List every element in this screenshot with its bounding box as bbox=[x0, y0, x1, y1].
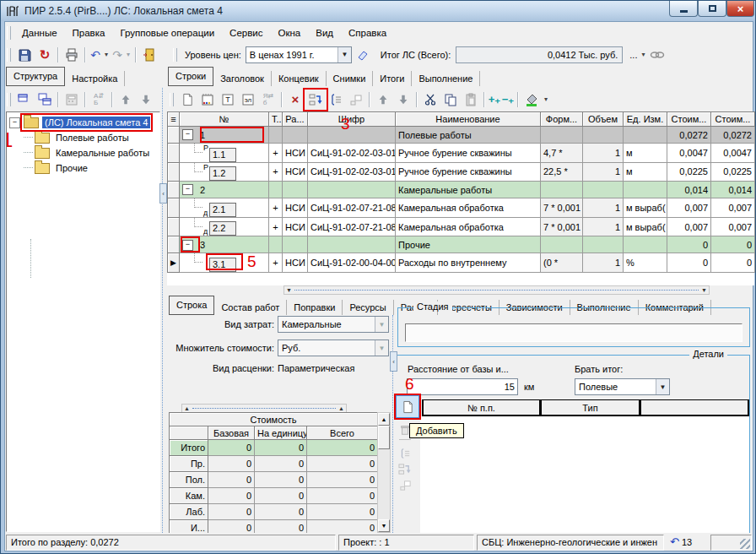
chevron-down-icon[interactable]: ▼ bbox=[656, 379, 669, 394]
new-row-button[interactable] bbox=[177, 90, 197, 109]
take-total-combobox[interactable]: Полевые▼ bbox=[575, 378, 670, 395]
tab-rows[interactable]: Строки bbox=[168, 67, 213, 86]
cost-row-lab[interactable]: Лаб. 0 0 0 bbox=[170, 504, 378, 520]
cost-col-total[interactable]: Всего bbox=[307, 426, 378, 440]
tab-work-composition[interactable]: Состав работ bbox=[214, 300, 287, 315]
distance-input[interactable] bbox=[407, 378, 518, 395]
tab-header[interactable]: Заголовок bbox=[213, 71, 272, 86]
move-down-button[interactable] bbox=[136, 90, 156, 109]
menu-windows[interactable]: Окна bbox=[270, 26, 308, 40]
calculator-button[interactable] bbox=[62, 90, 82, 109]
undo-dropdown[interactable]: ▾ bbox=[102, 51, 111, 58]
cascade-windows-button[interactable] bbox=[35, 90, 55, 109]
undo-history-indicator[interactable]: ↶ 13 bbox=[670, 535, 692, 548]
cost-row-kam[interactable]: Кам. 0 0 0 bbox=[170, 488, 378, 504]
remove-marker-button[interactable]: −₊ bbox=[501, 90, 515, 109]
delete-row-button[interactable]: × bbox=[285, 90, 305, 109]
sort-button[interactable]: А⇵Б bbox=[89, 90, 109, 109]
details-col-type[interactable]: Тип bbox=[540, 399, 640, 416]
table-row-1-2[interactable]: Р1.2 + НСИ СиЦ-91-02-02-03-01 Ручное бур… bbox=[168, 162, 755, 182]
collapse-icon[interactable]: − bbox=[182, 129, 193, 140]
menu-edit[interactable]: Правка bbox=[65, 26, 113, 40]
text-template-button[interactable]: Т bbox=[218, 90, 238, 109]
horizontal-splitter[interactable]: ▼▼ bbox=[284, 285, 710, 295]
toolbar-grip[interactable] bbox=[7, 26, 11, 40]
move-up-button[interactable] bbox=[116, 90, 136, 109]
cost-row-pol[interactable]: Пол. 0 0 0 bbox=[170, 472, 378, 488]
chevron-down-icon[interactable]: ▼ bbox=[338, 47, 351, 62]
cost-row-total[interactable]: Итого 0 0 0 bbox=[170, 440, 378, 456]
fill-color-button[interactable] bbox=[521, 90, 542, 109]
row-up-button[interactable] bbox=[373, 90, 393, 109]
cost-col-base[interactable]: Базовая bbox=[208, 426, 255, 440]
tree-root-label[interactable]: (ЛС) Локальная смета 4 bbox=[42, 117, 150, 128]
collapse-up-icon[interactable]: ▲ bbox=[184, 405, 190, 411]
menu-view[interactable]: Вид bbox=[308, 26, 341, 40]
collapse-panel-button[interactable]: ‹ bbox=[159, 183, 167, 204]
tab-settings[interactable]: Настройка bbox=[65, 71, 125, 86]
col-name[interactable]: Наименование bbox=[396, 112, 541, 127]
cost-scrollbar[interactable]: ▲ ▼ bbox=[377, 412, 391, 533]
document-template-button[interactable]: эл bbox=[238, 90, 258, 109]
maximize-button[interactable] bbox=[698, 1, 726, 17]
insert-subrow-button[interactable]: 3 bbox=[305, 90, 326, 109]
collapse-detail-button[interactable]: ‹ bbox=[390, 351, 397, 372]
col-t[interactable]: Т... bbox=[269, 112, 283, 127]
detail-section-button[interactable] bbox=[397, 446, 413, 461]
toolbar-grip[interactable] bbox=[7, 93, 11, 106]
col-code[interactable]: Шифр bbox=[308, 112, 396, 127]
more-dropdown[interactable]: ▾ bbox=[639, 51, 647, 58]
collapse-icon[interactable]: − bbox=[9, 117, 20, 128]
menu-data[interactable]: Данные bbox=[14, 26, 65, 40]
collapse-icon[interactable]: − bbox=[182, 240, 193, 251]
journal-button[interactable] bbox=[197, 90, 218, 109]
chevron-down-icon[interactable]: ▼ bbox=[375, 317, 388, 332]
tree-item-field-works[interactable]: Полевые работы bbox=[7, 130, 159, 145]
multiplier-combobox[interactable]: Руб.▼ bbox=[278, 339, 389, 356]
exit-button[interactable] bbox=[139, 46, 159, 64]
collapse-up-icon[interactable]: ▲ bbox=[338, 405, 344, 411]
collapse-icon[interactable]: − bbox=[182, 184, 193, 195]
tree-root-item[interactable]: − (ЛС) Локальная смета 4 1 bbox=[7, 115, 159, 130]
toolbar-grip[interactable] bbox=[173, 48, 177, 62]
tile-windows-button[interactable] bbox=[14, 90, 35, 109]
cost-row-pr[interactable]: Пр. 0 0 0 bbox=[170, 456, 378, 472]
stage-input[interactable] bbox=[405, 323, 742, 342]
tab-execution[interactable]: Выполнение bbox=[412, 71, 480, 86]
detail-ungroup-button[interactable] bbox=[397, 477, 413, 492]
table-row-section-1[interactable]: −1 2 Полевые работы 0,0272 0,0272 bbox=[168, 127, 755, 144]
eraser-button[interactable] bbox=[352, 46, 372, 64]
cost-kind-combobox[interactable]: Камеральные▼ bbox=[278, 316, 389, 333]
renumber-button[interactable]: Я⇄б bbox=[258, 90, 278, 109]
collapse-down-icon[interactable]: ▼ bbox=[286, 287, 292, 293]
tab-corrections[interactable]: Поправки bbox=[287, 300, 343, 315]
table-row-section-3[interactable]: −3 4 Прочие 0 0 bbox=[168, 236, 755, 253]
col-cost2[interactable]: Стоим... bbox=[711, 112, 755, 127]
tab-structure[interactable]: Структура bbox=[6, 67, 65, 86]
collapse-down-icon[interactable]: ▼ bbox=[701, 287, 707, 293]
paste-button[interactable] bbox=[461, 90, 481, 109]
table-row-2-2[interactable]: д2.2 + НСИ СиЦ-91-02-07-21-08 Камеральна… bbox=[168, 217, 755, 236]
fill-color-dropdown[interactable]: ▾ bbox=[542, 95, 550, 103]
table-row-2-1[interactable]: д2.1 + НСИ СиЦ-91-02-07-21-08 Камеральна… bbox=[168, 198, 755, 218]
row-down-button[interactable] bbox=[393, 90, 413, 109]
link-button[interactable] bbox=[647, 46, 667, 64]
price-level-combobox[interactable]: В ценах 1991 г. ▼ bbox=[246, 46, 352, 63]
tab-row-detail[interactable]: Строка bbox=[169, 296, 214, 315]
details-col-extra[interactable] bbox=[640, 399, 749, 416]
ungroup-button[interactable] bbox=[346, 90, 366, 109]
close-button[interactable]: × bbox=[726, 1, 754, 17]
resize-grip[interactable] bbox=[740, 539, 750, 549]
cut-button[interactable] bbox=[420, 90, 440, 109]
col-volume[interactable]: Объем bbox=[583, 112, 624, 127]
col-cost1[interactable]: Стоим... bbox=[667, 112, 711, 127]
scroll-up-icon[interactable]: ▲ bbox=[378, 413, 390, 426]
menu-help[interactable]: Справка bbox=[341, 26, 394, 40]
tree-item-office-works[interactable]: Камеральные работы bbox=[7, 145, 159, 160]
tree-item-other[interactable]: Прочие bbox=[7, 160, 159, 176]
tab-snapshots[interactable]: Снимки bbox=[327, 71, 374, 86]
scroll-down-icon[interactable]: ▼ bbox=[378, 519, 390, 532]
col-num[interactable]: № bbox=[180, 112, 269, 127]
tab-resources[interactable]: Ресурсы bbox=[343, 300, 393, 315]
detail-subrow-button[interactable] bbox=[397, 461, 412, 476]
